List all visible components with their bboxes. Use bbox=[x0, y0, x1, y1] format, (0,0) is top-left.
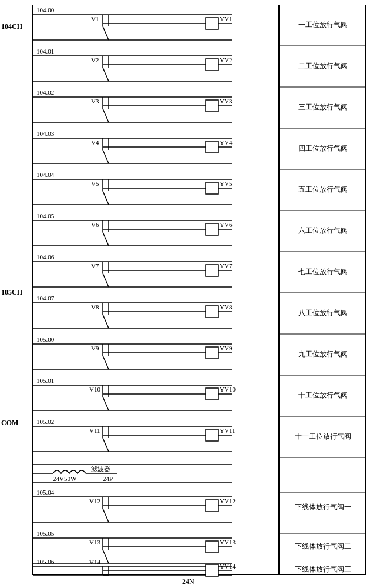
svg-rect-13 bbox=[206, 59, 218, 71]
svg-line-104 bbox=[103, 550, 109, 563]
svg-line-4 bbox=[103, 26, 109, 40]
right-label-yv1: 一工位放行气阀 bbox=[281, 20, 365, 30]
yv11-label: YV11 bbox=[220, 427, 235, 434]
bottom-24n-label: 24N bbox=[182, 577, 194, 586]
svg-line-68 bbox=[103, 356, 109, 369]
right-label-yv14: 下线体放行气阀三 bbox=[281, 564, 365, 574]
yv3-label: YV3 bbox=[220, 98, 232, 105]
yv8-label: YV8 bbox=[220, 303, 232, 310]
yv12-label: YV12 bbox=[220, 497, 236, 505]
addr-105-00: 105.00 bbox=[36, 336, 54, 343]
addr-104-05: 104.05 bbox=[36, 212, 54, 219]
contact-v2-label: V2 bbox=[91, 56, 99, 64]
contact-v8-label: V8 bbox=[91, 303, 99, 310]
svg-rect-69 bbox=[206, 347, 218, 359]
right-label-yv8: 八工位放行气阀 bbox=[281, 308, 365, 318]
svg-rect-77 bbox=[206, 388, 218, 400]
filter-spec1: 24V50W bbox=[53, 475, 76, 482]
yv14-label: YV14 bbox=[220, 563, 236, 570]
addr-104-00: 104.00 bbox=[36, 6, 54, 14]
right-label-yv10: 十工位放行气阀 bbox=[281, 390, 365, 400]
filter-spec2: 24P bbox=[103, 475, 113, 482]
yv5-label: YV5 bbox=[220, 180, 232, 187]
svg-rect-105 bbox=[206, 541, 218, 553]
svg-line-36 bbox=[103, 191, 109, 205]
channel-com-label: COM bbox=[1, 419, 18, 427]
contact-v10-label: V10 bbox=[89, 386, 100, 393]
addr-104-06: 104.06 bbox=[36, 253, 54, 260]
yv6-label: YV6 bbox=[220, 221, 232, 228]
yv9-label: YV9 bbox=[220, 345, 232, 352]
yv7-label: YV7 bbox=[220, 262, 232, 269]
right-label-yv3: 三工位放行气阀 bbox=[281, 102, 365, 112]
right-label-yv2: 二工位放行气阀 bbox=[281, 61, 365, 71]
contact-v12-label: V12 bbox=[89, 497, 100, 505]
svg-rect-45 bbox=[206, 223, 218, 235]
svg-rect-5 bbox=[206, 18, 218, 29]
addr-104-04: 104.04 bbox=[36, 171, 54, 178]
yv1-label: YV1 bbox=[220, 15, 232, 22]
addr-105-06: 105.06 bbox=[36, 558, 54, 565]
contact-v7-label: V7 bbox=[91, 262, 99, 269]
yv10-label: YV10 bbox=[220, 386, 236, 393]
svg-line-96 bbox=[103, 509, 109, 522]
svg-line-12 bbox=[103, 68, 109, 81]
diagram-container: 104CH 105CH COM 104.00 104.01 104.02 104… bbox=[0, 0, 370, 588]
addr-105-01: 105.01 bbox=[36, 377, 54, 384]
svg-rect-61 bbox=[206, 306, 218, 318]
contact-v5-label: V5 bbox=[91, 180, 99, 187]
contact-v4-label: V4 bbox=[91, 139, 99, 146]
right-label-yv13: 下线体放行气阀二 bbox=[281, 542, 365, 552]
addr-104-03: 104.03 bbox=[36, 130, 54, 137]
svg-line-20 bbox=[103, 109, 109, 122]
contact-v11-label: V11 bbox=[89, 427, 100, 434]
right-label-yv12: 下线体放行气阀一 bbox=[281, 502, 365, 512]
right-label-yv5: 五工位放行气阀 bbox=[281, 185, 365, 195]
right-label-yv11: 十一工位放行气阀 bbox=[281, 432, 365, 442]
right-label-yv4: 四工位放行气阀 bbox=[281, 143, 365, 153]
contact-v14-label: V14 bbox=[89, 559, 100, 566]
svg-line-28 bbox=[103, 150, 109, 163]
channel-105ch-label: 105CH bbox=[1, 288, 22, 297]
svg-rect-113 bbox=[206, 564, 218, 576]
yv13-label: YV13 bbox=[220, 539, 236, 546]
filter-label: 滤波器 bbox=[91, 465, 110, 473]
addr-105-04: 105.04 bbox=[36, 489, 54, 496]
svg-line-44 bbox=[103, 232, 109, 246]
right-label-yv6: 六工位放行气阀 bbox=[281, 226, 365, 236]
contact-v13-label: V13 bbox=[89, 539, 100, 546]
svg-rect-37 bbox=[206, 182, 218, 194]
addr-105-02: 105.02 bbox=[36, 418, 54, 425]
svg-line-84 bbox=[103, 438, 109, 452]
contact-v1-label: V1 bbox=[91, 15, 99, 22]
svg-line-60 bbox=[103, 315, 109, 328]
contact-v3-label: V3 bbox=[91, 98, 99, 105]
svg-rect-85 bbox=[206, 429, 218, 441]
addr-104-01: 104.01 bbox=[36, 48, 54, 55]
contact-v6-label: V6 bbox=[91, 221, 99, 228]
addr-105-05: 105.05 bbox=[36, 530, 54, 537]
right-label-yv7: 七工位放行气阀 bbox=[281, 267, 365, 277]
yv2-label: YV2 bbox=[220, 56, 232, 64]
svg-line-76 bbox=[103, 397, 109, 410]
addr-104-02: 104.02 bbox=[36, 89, 54, 96]
svg-line-52 bbox=[103, 273, 109, 287]
addr-104-07: 104.07 bbox=[36, 295, 54, 302]
svg-rect-29 bbox=[206, 141, 218, 153]
right-label-yv9: 九工位放行气阀 bbox=[281, 349, 365, 359]
contact-v9-label: V9 bbox=[91, 345, 99, 352]
svg-rect-53 bbox=[206, 265, 218, 276]
ladder-svg bbox=[0, 0, 370, 588]
svg-rect-21 bbox=[206, 100, 218, 112]
yv4-label: YV4 bbox=[220, 139, 232, 146]
svg-rect-97 bbox=[206, 500, 218, 512]
channel-104ch-label: 104CH bbox=[1, 22, 22, 31]
